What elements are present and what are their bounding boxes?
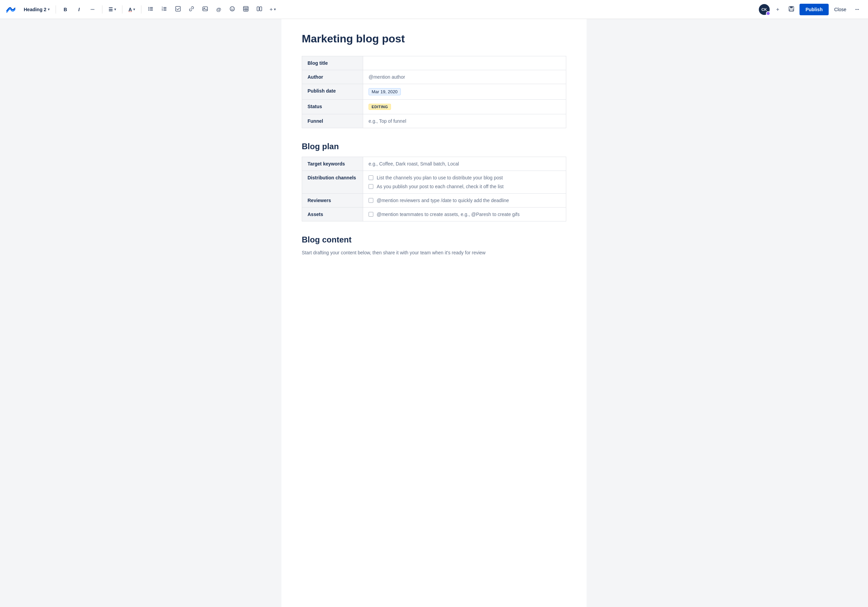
blog-content-description[interactable]: Start drafting your content below, then … <box>302 250 566 255</box>
svg-rect-26 <box>790 6 793 8</box>
svg-rect-24 <box>260 7 262 11</box>
table-row: Author @mention author <box>302 70 566 84</box>
text-color-chevron: ▾ <box>133 8 135 11</box>
toolbar-divider-4 <box>141 5 141 14</box>
svg-rect-13 <box>203 7 208 11</box>
link-icon <box>189 6 194 12</box>
add-collaborator-button[interactable]: + <box>772 4 783 15</box>
svg-point-0 <box>149 7 150 8</box>
toolbar-divider-3 <box>122 5 122 14</box>
svg-rect-12 <box>176 6 180 11</box>
svg-rect-18 <box>243 6 248 11</box>
align-chevron: ▾ <box>114 8 116 11</box>
table-value-keywords[interactable]: e.g., Coffee, Dark roast, Small batch, L… <box>363 157 566 171</box>
align-button[interactable]: ☰ ▾ <box>107 4 118 15</box>
save-icon <box>788 6 794 13</box>
insert-button[interactable]: + ▾ <box>268 4 278 15</box>
checkbox-2[interactable] <box>369 184 373 189</box>
checkbox-3[interactable] <box>369 198 373 203</box>
svg-rect-23 <box>257 7 259 11</box>
overflow-icon: ··· <box>855 7 859 12</box>
toolbar-divider-2 <box>102 5 102 14</box>
save-button[interactable] <box>786 4 797 15</box>
emoji-button[interactable] <box>227 4 238 15</box>
mention-button[interactable]: @ <box>213 4 224 15</box>
table-value-assets[interactable]: @mention teammates to create assets, e.g… <box>363 208 566 222</box>
numbered-list-button[interactable]: 1. 2. 3. <box>159 4 170 15</box>
date-chip: Mar 19, 2020 <box>369 88 401 95</box>
heading-selector-label: Heading 2 <box>24 7 46 12</box>
image-button[interactable] <box>200 4 211 15</box>
table-value-funnel[interactable]: e.g., Top of funnel <box>363 114 566 128</box>
table-button[interactable] <box>240 4 251 15</box>
task-list-button[interactable] <box>173 4 183 15</box>
columns-button[interactable] <box>254 4 265 15</box>
keywords-placeholder: e.g., Coffee, Dark roast, Small batch, L… <box>369 161 459 166</box>
svg-point-2 <box>149 8 150 9</box>
emoji-icon <box>229 6 235 12</box>
checkbox-item: @mention teammates to create assets, e.g… <box>369 212 561 217</box>
table-row: Status EDITING <box>302 100 566 114</box>
text-color-button[interactable]: A ▾ <box>127 4 137 15</box>
table-label-publish-date: Publish date <box>302 84 363 100</box>
table-row: Publish date Mar 19, 2020 <box>302 84 566 100</box>
publish-button[interactable]: Publish <box>800 4 829 15</box>
blog-info-table: Blog title Author @mention author Publis… <box>302 56 566 128</box>
insert-icon: + <box>270 6 273 12</box>
numbered-list-icon: 1. 2. 3. <box>162 6 167 12</box>
table-label-funnel: Funnel <box>302 114 363 128</box>
table-row: Blog title <box>302 56 566 70</box>
heading-selector[interactable]: Heading 2 ▾ <box>22 4 51 15</box>
task-list-icon <box>175 6 181 12</box>
table-value-author[interactable]: @mention author <box>363 70 566 84</box>
status-badge: EDITING <box>369 104 391 110</box>
link-button[interactable] <box>186 4 197 15</box>
svg-text:3.: 3. <box>162 9 163 11</box>
overflow-button[interactable]: ··· <box>852 4 863 15</box>
text-color-icon: A <box>129 7 132 12</box>
table-label-distribution: Distribution channels <box>302 171 363 194</box>
avatar-badge <box>766 11 770 16</box>
italic-button[interactable]: I <box>74 4 84 15</box>
funnel-placeholder: e.g., Top of funnel <box>369 118 406 124</box>
svg-rect-27 <box>790 9 793 11</box>
checkbox-item: As you publish your post to each channel… <box>369 184 561 189</box>
table-value-publish-date[interactable]: Mar 19, 2020 <box>363 84 566 100</box>
close-button[interactable]: Close <box>831 5 849 14</box>
checkbox-item: List the channels you plan to use to dis… <box>369 175 561 180</box>
toolbar: Heading 2 ▾ B I ··· ☰ ▾ A ▾ <box>0 0 868 19</box>
checkbox-4[interactable] <box>369 212 373 217</box>
svg-rect-5 <box>150 10 153 11</box>
table-value-distribution[interactable]: List the channels you plan to use to dis… <box>363 171 566 194</box>
svg-point-16 <box>231 8 232 9</box>
checkbox-label-1: List the channels you plan to use to dis… <box>377 175 503 180</box>
blog-plan-heading: Blog plan <box>302 142 566 151</box>
image-icon <box>202 6 208 12</box>
checkbox-item: @mention reviewers and type /date to qui… <box>369 198 561 203</box>
more-formatting-icon: ··· <box>90 7 95 12</box>
insert-chevron: ▾ <box>274 8 276 11</box>
table-label-assets: Assets <box>302 208 363 222</box>
table-value-reviewers[interactable]: @mention reviewers and type /date to qui… <box>363 194 566 208</box>
page-title[interactable]: Marketing blog post <box>302 33 566 45</box>
app-logo[interactable] <box>5 4 16 15</box>
checkbox-1[interactable] <box>369 175 373 180</box>
bold-button[interactable]: B <box>60 4 71 15</box>
mention-icon: @ <box>216 6 222 12</box>
blog-plan-table: Target keywords e.g., Coffee, Dark roast… <box>302 157 566 222</box>
table-value-blog-title[interactable] <box>363 56 566 70</box>
user-avatar[interactable]: CK <box>759 4 770 15</box>
table-value-status[interactable]: EDITING <box>363 100 566 114</box>
columns-icon <box>257 6 262 12</box>
avatar-initials: CK <box>761 8 767 11</box>
bullet-list-button[interactable] <box>146 4 156 15</box>
svg-rect-7 <box>163 7 166 8</box>
align-icon: ☰ <box>108 7 113 12</box>
table-row: Distribution channels List the channels … <box>302 171 566 194</box>
svg-point-15 <box>230 7 235 11</box>
author-placeholder: @mention author <box>369 74 405 80</box>
table-label-author: Author <box>302 70 363 84</box>
more-formatting-button[interactable]: ··· <box>87 4 98 15</box>
table-label-keywords: Target keywords <box>302 157 363 171</box>
checkbox-label-2: As you publish your post to each channel… <box>377 184 504 189</box>
